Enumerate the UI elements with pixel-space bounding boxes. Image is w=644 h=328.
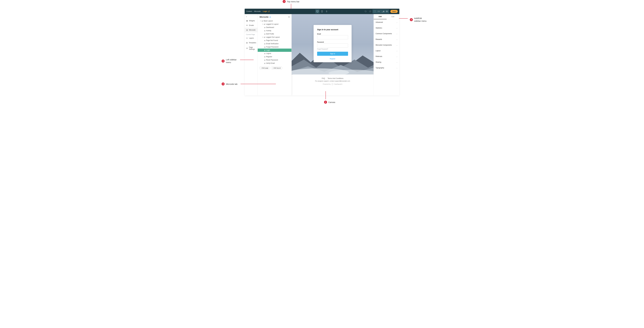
canvas-hero: Sign in to your account Email Password F…	[292, 14, 374, 74]
password-input[interactable]	[317, 44, 348, 48]
acc-microsite-components[interactable]: Microsite Components⌄	[374, 42, 399, 48]
left-sidebar-menu: « ▦Widgets ✉Emails ▤Microsite Current Pa…	[245, 14, 258, 96]
crumb-content[interactable]: Content	[246, 10, 252, 12]
terms-link[interactable]: Terms And Conditions	[328, 78, 344, 79]
tree-title: Microsite	[260, 16, 268, 18]
rail-layers[interactable]: ≋Layers	[245, 36, 258, 40]
redo-button[interactable]	[368, 10, 372, 13]
brand-logo-icon: ⬡	[332, 83, 334, 85]
acc-statistics[interactable]: Statistics⌄	[374, 25, 399, 31]
templates-icon: ▤	[246, 42, 248, 44]
tree-dashboard[interactable]: ▮Dashboard	[258, 26, 292, 29]
rail-widgets[interactable]: ▦Widgets	[245, 18, 258, 23]
viewport-toggles	[315, 9, 329, 14]
tree-logged-out-layout[interactable]: ▾▤Logged Out Layout	[258, 36, 292, 39]
collapse-sidebar-button[interactable]: «	[245, 15, 258, 18]
register-link[interactable]: Register	[317, 58, 348, 60]
tree-page-not-found[interactable]: ▮Page Not Found	[258, 39, 292, 42]
widgets-icon: ▦	[246, 20, 248, 22]
email-input[interactable]	[317, 35, 348, 39]
external-link-icon[interactable]	[268, 10, 270, 12]
rail-page-settings[interactable]: ⚙PageSettings	[245, 45, 258, 52]
tree-email-verification[interactable]: ▮Email Verification	[258, 42, 292, 45]
tree-forgot-password[interactable]: ▮Forgot Password	[258, 45, 292, 48]
tree-login[interactable]: ▮Login	[258, 48, 292, 52]
tree-verify-email[interactable]: ▮Verify Email	[258, 62, 292, 65]
tree-reset-password[interactable]: ▮Reset Password	[258, 58, 292, 62]
help-icon[interactable]: ⓘ	[269, 16, 271, 18]
rail-section-current: Current Page	[245, 32, 258, 36]
tree-logged-in-layout[interactable]: ▾▤Logged In Layout	[258, 22, 292, 26]
annotation-num-4: 4	[222, 82, 224, 86]
faq-link[interactable]: FAQ	[322, 78, 325, 79]
tree-edit-profile[interactable]: ▮Edit Profile	[258, 32, 292, 36]
breadcrumb: Content › Microsite › Login	[246, 10, 270, 12]
chevron-down-icon: ⌄	[396, 33, 398, 34]
annotation-1: 1 Top menu bar	[283, 0, 300, 3]
tree-register[interactable]: ▮Register	[258, 55, 292, 58]
crumb-microsite[interactable]: Microsite	[254, 10, 261, 12]
annotation-label-4: Microsite tab	[226, 83, 238, 85]
tab-add[interactable]: Add	[374, 14, 386, 19]
tree-base-layout[interactable]: ▾▤Base Layout	[258, 19, 292, 22]
acc-advanced[interactable]: Advanced⌄	[374, 20, 399, 25]
add-layout-button[interactable]: + Add layout	[271, 66, 282, 70]
tablet-view-button[interactable]	[320, 9, 324, 14]
canvas[interactable]: Sign in to your account Email Password F…	[292, 14, 374, 96]
save-button[interactable]: Save	[390, 10, 398, 13]
password-label: Password	[317, 41, 348, 43]
chevron-down-icon: ⌄	[396, 27, 398, 29]
undo-button[interactable]	[364, 10, 368, 13]
annotation-4: 4 Microsite tab	[222, 82, 238, 86]
support-text: For program support, contact support@exa…	[292, 80, 374, 82]
tree-logout[interactable]: ▮Logout	[258, 52, 292, 55]
top-menu-bar: Content › Microsite › Login ▮	[245, 9, 399, 14]
acc-referrals[interactable]: Referrals⌄	[374, 54, 399, 59]
tree-activity[interactable]: ▮Activity	[258, 29, 292, 32]
preview-button[interactable]	[385, 10, 389, 13]
mobile-view-button[interactable]	[324, 9, 329, 14]
svg-rect-6	[326, 11, 327, 12]
acc-typography[interactable]: Typography⌄	[374, 65, 399, 71]
code-view-button[interactable]	[377, 10, 380, 13]
annotation-5: Add/Editsidebar menu 5	[410, 17, 426, 22]
rail-emails[interactable]: ✉Emails	[245, 23, 258, 28]
acc-sharing[interactable]: Sharing⌄	[374, 59, 399, 65]
mail-icon: ✉	[246, 24, 248, 26]
crumb-login[interactable]: Login	[263, 10, 267, 12]
right-sidebar: Add Edit Advanced⌄ Statistics⌄ Common Co…	[374, 14, 399, 96]
chevron-down-icon: ⌄	[396, 50, 398, 52]
rail-microsite[interactable]: ▤Microsite	[245, 28, 258, 32]
svg-point-8	[387, 11, 387, 12]
rail-templates[interactable]: ▤Templates	[245, 40, 258, 45]
chevron-down-icon: ⌄	[396, 67, 398, 69]
forgot-password-link[interactable]: Forgot Password?	[317, 48, 348, 50]
layers-icon: ≋	[246, 37, 248, 39]
microsite-tree-panel: Microsite ⓘ × ▾▤Base Layout ▾▤Logged In …	[258, 14, 292, 96]
acc-common-components[interactable]: Common Components⌄	[374, 31, 399, 36]
canvas-footer-links: FAQ Terms And Conditions	[292, 74, 374, 80]
chevron-down-icon: ⌄	[396, 56, 398, 57]
fullscreen-button[interactable]	[373, 10, 376, 13]
add-page-button[interactable]: + Add page	[259, 66, 270, 70]
desktop-view-button[interactable]	[315, 9, 320, 14]
powered-by: Powered by ⬡ SaaSquatch	[292, 83, 374, 89]
sign-in-button[interactable]: Sign In	[317, 52, 348, 56]
topbar-actions: ▮ Save	[364, 9, 398, 14]
settings-brush-button[interactable]: ▮	[381, 10, 385, 13]
annotation-label-2: Canvas	[328, 101, 335, 103]
login-card: Sign in to your account Email Password F…	[314, 25, 352, 62]
chevron-down-icon: ⌄	[396, 39, 398, 40]
card-title: Sign in to your account	[317, 28, 348, 31]
editor-window: Content › Microsite › Login ▮	[245, 9, 399, 96]
tab-edit[interactable]: Edit	[386, 14, 400, 19]
chevron-down-icon: ⌄	[396, 22, 398, 23]
acc-layout[interactable]: Layout⌄	[374, 48, 399, 54]
close-icon[interactable]: ×	[288, 16, 290, 18]
svg-line-0	[269, 11, 270, 12]
annotation-3: 3 Left sidebarmenu	[222, 58, 236, 64]
chevron-down-icon: ⌄	[396, 44, 398, 46]
email-label: Email	[317, 33, 348, 35]
svg-rect-1	[316, 10, 318, 12]
acc-rewards[interactable]: Rewards⌄	[374, 36, 399, 42]
